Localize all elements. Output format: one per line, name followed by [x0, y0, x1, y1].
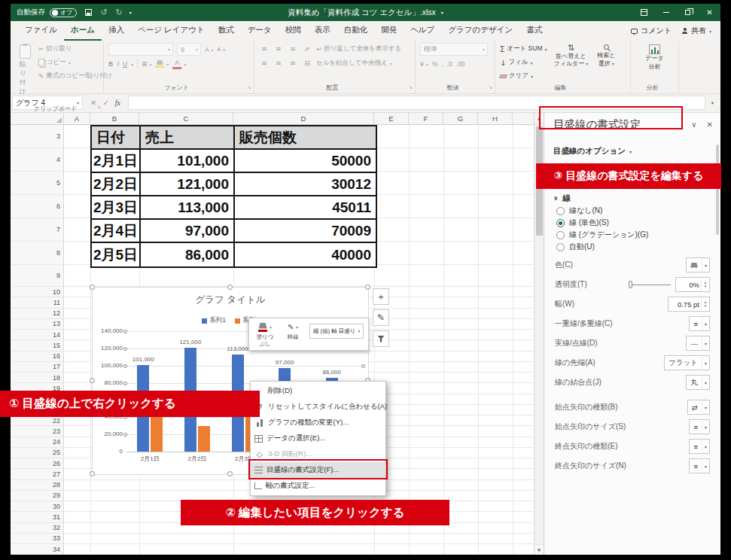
- row-header-5[interactable]: 5: [11, 172, 64, 195]
- table-cell[interactable]: 2月5日: [92, 243, 141, 266]
- transparency-slider[interactable]: [629, 280, 671, 289]
- number-format-combo[interactable]: 標準▾: [420, 43, 488, 56]
- scroll-down-icon[interactable]: ▼: [535, 544, 544, 555]
- row-header-28[interactable]: 28: [11, 480, 64, 491]
- column-header-E[interactable]: E: [374, 113, 409, 124]
- radio-line-gradient[interactable]: 線 (グラデーション)(G): [544, 229, 720, 241]
- table-header-cell[interactable]: 日付: [92, 126, 141, 150]
- underline-button[interactable]: U: [123, 58, 127, 70]
- increase-font-size-button[interactable]: A▴: [205, 44, 213, 56]
- fill-color-button[interactable]: ▾: [155, 58, 169, 70]
- column-header-G[interactable]: G: [443, 113, 478, 124]
- row-header-26[interactable]: 26: [11, 458, 64, 469]
- row-header-12[interactable]: 12: [11, 309, 64, 319]
- autosum-button[interactable]: Σオート SUM▾: [500, 43, 547, 55]
- row-header-13[interactable]: 13: [11, 319, 64, 330]
- radio-line-solid[interactable]: 線 (単色)(S): [544, 217, 720, 229]
- find-select-button[interactable]: 検索と 選択▾: [595, 43, 617, 68]
- scroll-up-icon[interactable]: ▲: [535, 113, 544, 123]
- menu-item-select-data[interactable]: データの選択(E)...: [251, 431, 385, 446]
- add-chart-element-button[interactable]: ＋: [373, 288, 389, 305]
- dash-type-dropdown[interactable]: —▾: [686, 336, 710, 351]
- table-cell[interactable]: 97,000: [141, 220, 235, 243]
- table-header-cell[interactable]: 販売個数: [235, 126, 376, 150]
- pane-scrollbar-thumb[interactable]: [716, 145, 719, 235]
- row-header-27[interactable]: 27: [11, 469, 64, 479]
- tab-表示[interactable]: 表示: [308, 21, 337, 41]
- align-bottom-icon[interactable]: ≡: [288, 45, 298, 53]
- tab-校閲[interactable]: 校閲: [279, 21, 308, 41]
- tab-ホーム[interactable]: ホーム: [64, 21, 102, 41]
- wrap-text-button[interactable]: ↩折り返して全体を表示する: [316, 43, 401, 55]
- insert-function-icon[interactable]: fx: [115, 99, 120, 107]
- save-icon[interactable]: [85, 9, 92, 16]
- close-icon[interactable]: ✕: [699, 4, 720, 21]
- chart-element-selector[interactable]: 縦 (値) 軸 目盛り▾: [309, 324, 364, 339]
- table-cell[interactable]: 2月2日: [92, 173, 141, 196]
- pane-options-selector[interactable]: 目盛線のオプション ▾: [553, 146, 632, 157]
- merge-center-icon[interactable]: ⊟: [302, 59, 312, 67]
- menu-item-change-chart-type[interactable]: グラフの種類の変更(Y)...: [251, 415, 385, 431]
- width-value[interactable]: 0.75 pt▴▾: [668, 297, 710, 312]
- align-left-icon[interactable]: ≡: [259, 59, 270, 67]
- bar-series2[interactable]: [198, 426, 210, 452]
- menu-item-reset-style[interactable]: ↺リセットしてスタイルに合わせる(A): [251, 399, 385, 415]
- menu-item-format-gridlines[interactable]: 目盛線の書式設定(F)...: [251, 462, 385, 478]
- percent-button[interactable]: %: [432, 58, 438, 70]
- row-header-24[interactable]: 24: [11, 437, 64, 448]
- chart-selection-handle[interactable]: [90, 378, 95, 383]
- table-cell[interactable]: 30012: [235, 173, 376, 196]
- align-top-icon[interactable]: ≡: [259, 45, 270, 53]
- row-header-16[interactable]: 16: [11, 352, 64, 362]
- formula-bar-expand-icon[interactable]: ▾: [709, 100, 716, 106]
- cut-button[interactable]: ✂切り取り: [38, 43, 112, 55]
- ribbon-display-options-icon[interactable]: [633, 4, 655, 21]
- chart-selection-handle[interactable]: [227, 285, 233, 290]
- row-cells[interactable]: [64, 544, 534, 555]
- tab-自動化[interactable]: 自動化: [337, 21, 375, 41]
- row-header-34[interactable]: 34: [11, 544, 64, 555]
- outline-button[interactable]: ✎▾枠線: [282, 321, 304, 341]
- row-cells[interactable]: [64, 265, 534, 287]
- align-middle-icon[interactable]: ≡: [273, 45, 284, 53]
- compound-type-dropdown[interactable]: ≡▾: [689, 316, 710, 331]
- tab-開発[interactable]: 開発: [374, 21, 404, 41]
- begin-arrow-size-dropdown[interactable]: ≡▾: [689, 419, 710, 434]
- tab-書式[interactable]: 書式: [519, 21, 549, 41]
- chart-filters-button[interactable]: [373, 330, 389, 347]
- table-cell[interactable]: 70009: [235, 220, 376, 243]
- row-header-10[interactable]: 10: [11, 287, 64, 297]
- merge-center-button[interactable]: セルを結合して中央揃え▾: [316, 57, 392, 69]
- align-center-icon[interactable]: ≡: [273, 59, 284, 67]
- row-header-9[interactable]: 9: [11, 265, 64, 287]
- row-header-15[interactable]: 15: [11, 340, 64, 351]
- decrease-font-size-button[interactable]: A▾: [217, 44, 225, 56]
- table-cell[interactable]: 2月3日: [92, 196, 141, 220]
- font-color-button[interactable]: A▾: [172, 58, 186, 70]
- end-arrow-type-dropdown[interactable]: ≡▾: [689, 439, 710, 454]
- chart-selection-handle[interactable]: [365, 285, 370, 290]
- row-header-33[interactable]: 33: [11, 534, 64, 544]
- end-arrow-size-dropdown[interactable]: ≡▾: [689, 458, 710, 473]
- table-cell[interactable]: 2月4日: [92, 220, 141, 243]
- row-header-14[interactable]: 14: [11, 330, 64, 340]
- row-header-29[interactable]: 29: [11, 491, 64, 501]
- row-header-17[interactable]: 17: [11, 362, 64, 373]
- spinner-arrows[interactable]: ▴▾: [701, 278, 709, 291]
- row-header-11[interactable]: 11: [11, 297, 64, 308]
- table-cell[interactable]: 45011: [235, 196, 376, 220]
- enter-icon[interactable]: ✓: [102, 99, 108, 107]
- undo-icon[interactable]: ↺: [100, 8, 107, 17]
- row-header-3[interactable]: 3: [11, 125, 64, 148]
- menu-item-delete[interactable]: 削除(D): [251, 383, 385, 399]
- chart-gridline[interactable]: [126, 366, 362, 367]
- redo-icon[interactable]: ↻: [116, 8, 123, 17]
- font-dialog-launcher-icon[interactable]: ↘: [248, 84, 251, 90]
- begin-arrow-type-dropdown[interactable]: ⇄▾: [687, 400, 710, 415]
- pane-collapse-icon[interactable]: ∨: [691, 120, 696, 129]
- comments-button[interactable]: コメント: [631, 26, 672, 36]
- fill-button[interactable]: ▾塗りつぶし: [254, 321, 276, 347]
- join-type-dropdown[interactable]: 丸▾: [686, 375, 710, 390]
- italic-button[interactable]: I: [117, 58, 119, 70]
- tab-データ[interactable]: データ: [241, 21, 279, 41]
